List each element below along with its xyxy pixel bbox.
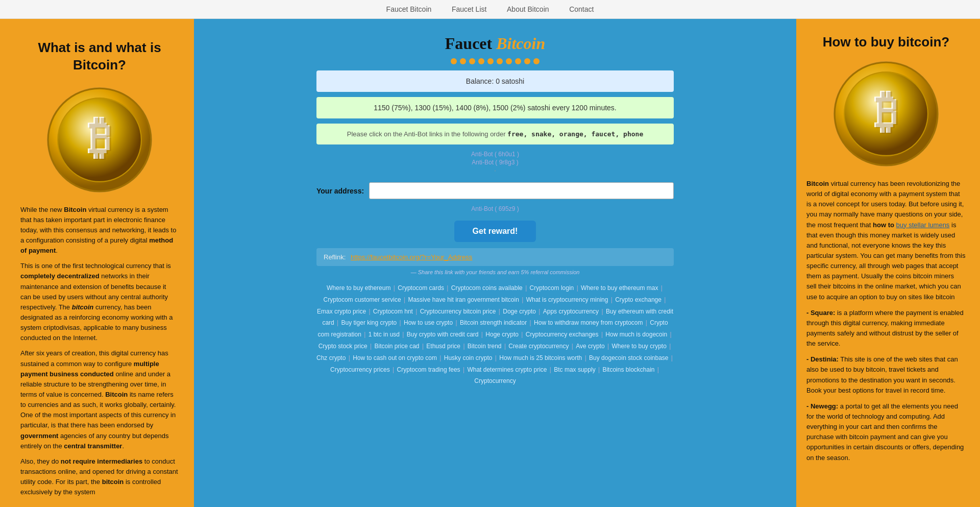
dot-1 (451, 58, 457, 64)
link-sep-16: | (454, 319, 459, 326)
link-sep-20: | (401, 331, 406, 338)
link-sep-3: | (575, 284, 580, 292)
link-sep-8: | (663, 296, 666, 303)
left-para-4: Also, they do not require intermediaries… (20, 456, 179, 498)
link-sep-34: | (493, 354, 498, 361)
link-sep-9: | (367, 308, 372, 315)
center-link-3[interactable]: Cryptocom login (530, 284, 574, 292)
center-link-30[interactable]: Ave crypto (576, 343, 604, 350)
center-link-6[interactable]: Massive have hit iran government bitcoin (408, 296, 519, 303)
center-link-5[interactable]: Cryptocom customer service (324, 296, 401, 303)
center-link-23[interactable]: Cryptocurrency exchanges (526, 331, 599, 338)
center-link-22[interactable]: Hoge crypto (485, 331, 519, 338)
center-link-40[interactable]: Btc max supply (554, 366, 595, 373)
center-link-31[interactable]: Where to buy crypto (611, 343, 666, 350)
center-link-18[interactable]: How to withdraw money from cryptocom (534, 319, 643, 326)
center-link-7[interactable]: What is cryptocurrency mining (526, 296, 608, 303)
center-link-27[interactable]: Ethusd price (426, 343, 460, 350)
center-link-12[interactable]: Doge crypto (503, 308, 536, 315)
link-sep-30: | (606, 343, 611, 350)
center-link-8[interactable]: Crypto exchange (615, 296, 662, 303)
dot-2 (460, 58, 466, 64)
bitcoin-coin-right: ₿ ₿ (832, 60, 940, 167)
link-sep-5: | (402, 296, 407, 303)
center-link-17[interactable]: Bitcoin strength indicator (460, 319, 527, 326)
link-sep-39: | (548, 366, 553, 373)
center-link-42[interactable]: Cryptocurrency (474, 377, 516, 384)
buy-stellar-link[interactable]: buy stellar lumens (896, 221, 950, 229)
center-link-9[interactable]: Emax crypto price (317, 308, 366, 315)
link-sep-10: | (414, 308, 419, 315)
dot-3 (469, 58, 475, 64)
address-row: Your address: (316, 182, 674, 199)
center-link-0[interactable]: Where to buy ethereum (327, 284, 390, 292)
center-link-2[interactable]: Cryptocom coins available (451, 284, 523, 292)
bitcoin-coin-left: ₿ ₿ (46, 86, 153, 194)
link-sep-2: | (524, 284, 529, 292)
link-sep-14: | (335, 319, 340, 326)
link-sep-21: | (480, 331, 485, 338)
center-link-29[interactable]: Create cryptocurrency (508, 343, 569, 350)
link-sep-13: | (600, 308, 605, 315)
dot-6 (497, 58, 503, 64)
link-sep-12: | (537, 308, 542, 315)
link-sep-32: | (347, 354, 352, 361)
link-sep-7: | (609, 296, 614, 303)
center-link-24[interactable]: How much is dogecoin (605, 331, 667, 338)
center-link-32[interactable]: Chz crypto (316, 354, 346, 361)
link-sep-18: | (644, 319, 649, 326)
center-link-28[interactable]: Bitcoin trend (468, 343, 502, 350)
center-link-33[interactable]: How to cash out on crypto com (353, 354, 437, 361)
center-link-20[interactable]: 1 btc in usd (369, 331, 400, 338)
left-panel: What is and what is Bitcoin? ₿ ₿ (0, 19, 194, 507)
balance-box: Balance: 0 satoshi (316, 70, 674, 92)
center-link-26[interactable]: Bitcoin price cad (375, 343, 420, 350)
antibot-link-3[interactable]: Anti-Bot ( 695z9 ) (471, 205, 519, 212)
address-label: Your address: (316, 187, 364, 195)
link-sep-33: | (438, 354, 443, 361)
center-link-35[interactable]: How much is 25 bitcoins worth (499, 354, 582, 361)
link-sep-38: | (461, 366, 467, 373)
link-sep-27: | (461, 343, 467, 350)
center-link-16[interactable]: How to use crypto (404, 319, 453, 326)
svg-text:₿: ₿ (876, 87, 899, 138)
address-input[interactable] (369, 182, 674, 199)
center-link-39[interactable]: What determines crypto price (467, 366, 547, 373)
right-panel: How to buy bitcoin? ₿ ₿ (796, 19, 980, 507)
faucet-dots (451, 58, 540, 64)
nav-faucet-list[interactable]: Faucet List (452, 5, 486, 13)
antibot-link-2[interactable]: Anti-Bot ( 9r8g3 ) (316, 159, 674, 166)
center-link-37[interactable]: Cryptocurrency prices (330, 366, 390, 373)
center-link-41[interactable]: Bitcoins blockchain (602, 366, 654, 373)
reflink-row: Reflink: https://faucetbitcoin.org/?r=Yo… (316, 248, 674, 266)
right-intro: Bitcoin virtual currency has been revolu… (806, 179, 966, 302)
get-reward-button[interactable]: Get reward! (454, 221, 536, 242)
center-link-13[interactable]: Apps cryptocurrency (543, 308, 599, 315)
center-link-38[interactable]: Cryptocom trading fees (397, 366, 460, 373)
center-link-10[interactable]: Cryptocom hnt (373, 308, 413, 315)
center-link-21[interactable]: Buy crypto with credit card (407, 331, 479, 338)
right-square: - Square: is a platform where the paymen… (806, 308, 966, 349)
center-link-25[interactable]: Crypto stock price (318, 343, 368, 350)
nav-about-bitcoin[interactable]: About Bitcoin (507, 5, 549, 13)
link-sep-29: | (570, 343, 575, 350)
dot-7 (506, 58, 512, 64)
center-link-11[interactable]: Cryptocurrency bitcoin price (420, 308, 496, 315)
nav-faucet-bitcoin[interactable]: Faucet Bitcoin (386, 5, 432, 13)
center-link-15[interactable]: Buy tiger king crypto (341, 319, 397, 326)
center-link-36[interactable]: Buy dogecoin stock coinbase (589, 354, 668, 361)
left-title: What is and what is Bitcoin? (20, 39, 179, 74)
reward-info-box: 1150 (75%), 1300 (15%), 1400 (8%), 1500 … (316, 97, 674, 118)
faucet-title-italic: Bitcoin (496, 34, 545, 53)
nav-contact[interactable]: Contact (569, 5, 594, 13)
reflink-url[interactable]: https://faucetbitcoin.org/?r=Your_Addres… (351, 253, 472, 261)
link-sep-19: | (362, 331, 368, 338)
reward-info-text: 1150 (75%), 1300 (15%), 1400 (8%), 1500 … (374, 104, 617, 112)
center-link-4[interactable]: Where to buy ethereum max (581, 284, 658, 292)
antibot-link-1[interactable]: Anti-Bot ( 6h0u1 ) (316, 151, 674, 158)
center-link-34[interactable]: Husky coin crypto (444, 354, 493, 361)
link-sep-28: | (503, 343, 508, 350)
right-newegg: - Newegg: a portal to get all the elemen… (806, 401, 966, 463)
faucet-title: Faucet Bitcoin (445, 34, 545, 53)
center-link-1[interactable]: Cryptocom cards (398, 284, 444, 292)
